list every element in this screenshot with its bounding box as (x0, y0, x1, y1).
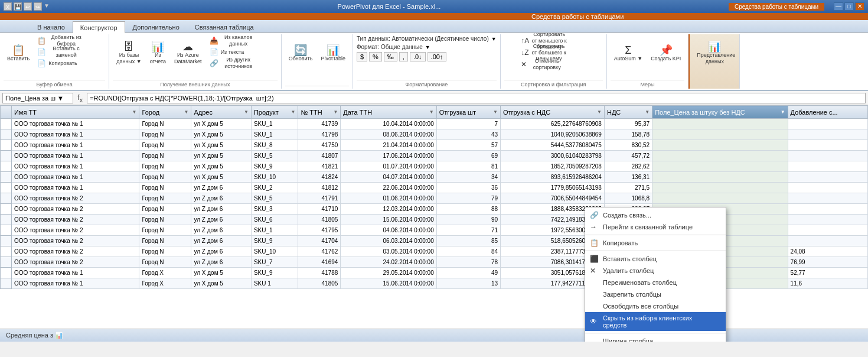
table-cell[interactable]: 88 (436, 204, 500, 215)
table-cell[interactable]: 04.07.2014 0:00:00 (341, 172, 436, 183)
table-cell[interactable]: Город N (139, 172, 191, 183)
table-cell[interactable]: 95,37 (604, 119, 652, 129)
table-cell[interactable] (788, 172, 867, 183)
table-cell[interactable]: 78 (436, 257, 500, 268)
table-row[interactable]: ООО торговая точка № 1Город Хул Х дом 5S… (1, 278, 868, 289)
ctx-column-width[interactable]: Ширина столбца... (585, 335, 726, 342)
table-cell[interactable]: Город N (139, 236, 191, 246)
table-cell[interactable] (788, 215, 867, 225)
table-cell[interactable] (652, 140, 788, 151)
tab-linked-table[interactable]: Связанная таблица (187, 21, 262, 33)
paste-button[interactable]: 📋 Вставить (4, 35, 33, 71)
table-cell[interactable]: Город N (139, 129, 191, 140)
table-cell[interactable] (788, 193, 867, 204)
autosum-button[interactable]: Σ AutoSum ▼ (611, 35, 646, 71)
table-cell[interactable]: ул Z дом 6 (191, 215, 252, 225)
table-cell[interactable]: 271,5 (604, 183, 652, 193)
col-header-produkt[interactable]: Продукт ▼ (251, 106, 298, 119)
minimize-button[interactable]: — (834, 2, 843, 11)
table-cell[interactable]: ул Z дом 6 (191, 257, 252, 268)
table-cell[interactable]: 41805 (298, 278, 341, 289)
table-row[interactable]: ООО торговая точка № 2Город Nул Z дом 6S… (1, 246, 868, 257)
save-icon[interactable]: 💾 (14, 2, 22, 11)
quick-access-dropdown[interactable]: ▼ (44, 2, 50, 11)
table-cell[interactable]: 5444,53776080475 (501, 140, 605, 151)
ctx-insert-column[interactable]: ⬛ Вставить столбец (585, 253, 726, 265)
table-cell[interactable]: 41710 (298, 204, 341, 215)
table-cell[interactable]: ул Х дом 5 (191, 161, 252, 172)
undo-icon[interactable]: ↩ (24, 2, 32, 11)
table-cell[interactable]: 52,77 (788, 268, 867, 278)
table-cell[interactable]: ООО торговая точка № 2 (11, 236, 139, 246)
table-row[interactable]: ООО торговая точка № 2Город Nул Z дом 6S… (1, 193, 868, 204)
table-cell[interactable]: 893,615926486204 (501, 172, 605, 183)
table-cell[interactable]: 08.06.2014 0:00:00 (341, 129, 436, 140)
table-cell[interactable]: ул Х дом 5 (191, 119, 252, 129)
table-cell[interactable]: 7006,55044849454 (501, 193, 605, 204)
col-gorod-dropdown[interactable]: ▼ (184, 109, 189, 115)
table-cell[interactable]: ООО торговая точка № 2 (11, 193, 139, 204)
table-cell[interactable]: ул Z дом 6 (191, 225, 252, 236)
table-wrapper[interactable]: Имя ТТ ▼ Город ▼ Адрес ▼ (0, 105, 868, 330)
table-row[interactable]: ООО торговая точка № 2Город Nул Z дом 6S… (1, 257, 868, 268)
col-header-nds[interactable]: НДС ▼ (604, 106, 652, 119)
table-cell[interactable]: 90 (436, 215, 500, 225)
col-header-otgruzka-sht[interactable]: Отгрузка шт ▼ (436, 106, 500, 119)
name-box[interactable]: Поле_Цена за ш ▼ (2, 93, 73, 103)
ctx-unfreeze-columns[interactable]: Освободить все столбцы (585, 300, 726, 312)
table-cell[interactable]: 41704 (298, 236, 341, 246)
table-cell[interactable] (788, 225, 867, 236)
table-cell[interactable]: 01.07.2014 0:00:00 (341, 161, 436, 172)
paste-replace-button[interactable]: 📄 Вставить с заменой (34, 47, 105, 57)
from-feeds-button[interactable]: 📥 Из каналов данных (207, 35, 278, 46)
table-cell[interactable]: Город N (139, 183, 191, 193)
ctx-hide-from-client[interactable]: 👁 Скрыть из набора клиентских средств (585, 312, 726, 331)
pivottable-button[interactable]: 📊 PivotTable (317, 35, 349, 71)
table-cell[interactable]: 10.04.2014 0:00:00 (341, 119, 436, 129)
table-cell[interactable]: ООО торговая точка № 1 (11, 151, 139, 161)
table-cell[interactable]: 11,6 (788, 278, 867, 289)
table-cell[interactable]: 1068,8 (604, 193, 652, 204)
table-cell[interactable]: ул Х дом 5 (191, 278, 252, 289)
table-cell[interactable] (788, 151, 867, 161)
table-cell[interactable]: 1040,92050638869 (501, 129, 605, 140)
table-cell[interactable]: ООО торговая точка № 2 (11, 257, 139, 268)
clear-sort-button[interactable]: ✕ Отменить сортировку (518, 59, 589, 70)
table-cell[interactable] (652, 183, 788, 193)
table-cell[interactable]: 81 (436, 161, 500, 172)
data-view-button[interactable]: 📊 Представление данных (693, 35, 736, 71)
table-cell[interactable] (788, 204, 867, 215)
create-kpi-button[interactable]: 📌 Создать KPI (647, 35, 684, 71)
ctx-copy[interactable]: 📋 Копировать (585, 237, 726, 249)
table-cell[interactable]: ООО торговая точка № 1 (11, 140, 139, 151)
redo-icon[interactable]: ↪ (34, 2, 42, 11)
table-cell[interactable]: 282,62 (604, 161, 652, 172)
table-cell[interactable]: 29.05.2014 0:00:00 (341, 268, 436, 278)
table-cell[interactable] (652, 161, 788, 172)
table-cell[interactable]: ООО торговая точка № 1 (11, 278, 139, 289)
table-cell[interactable]: SKU_3 (251, 204, 298, 215)
col-produkt-dropdown[interactable]: ▼ (291, 109, 295, 115)
table-row[interactable]: ООО торговая точка № 1Город Хул Х дом 5S… (1, 268, 868, 278)
from-report-button[interactable]: 📊 Изотчета (146, 35, 169, 71)
refresh-button[interactable]: 🔄 Обновить (285, 35, 316, 71)
table-cell[interactable]: 04.06.2014 0:00:00 (341, 225, 436, 236)
table-cell[interactable]: Город N (139, 140, 191, 151)
ctx-delete-column[interactable]: ✕ Удалить столбец (585, 265, 726, 277)
add-from-buffer-button[interactable]: 📋 Добавить из буфера (34, 35, 105, 46)
col-dataTTN-dropdown[interactable]: ▼ (429, 109, 434, 115)
format-increase-decimal-button[interactable]: .00↑ (428, 52, 447, 61)
col-adres-dropdown[interactable]: ▼ (244, 109, 249, 115)
table-cell[interactable]: ул Х дом 5 (191, 129, 252, 140)
table-cell[interactable]: 17.06.2014 0:00:00 (341, 151, 436, 161)
table-cell[interactable]: SKU_9 (251, 236, 298, 246)
col-header-nttn[interactable]: № ТТН ▼ (298, 106, 341, 119)
table-cell[interactable]: 457,72 (604, 151, 652, 161)
ctx-create-link[interactable]: 🔗 Создать связь... (585, 209, 726, 221)
table-cell[interactable]: Город N (139, 257, 191, 268)
from-other-button[interactable]: 🔗 Из других источников (207, 58, 278, 69)
table-cell[interactable]: Город Х (139, 278, 191, 289)
table-cell[interactable]: SKU_10 (251, 172, 298, 183)
table-cell[interactable] (652, 193, 788, 204)
table-cell[interactable]: ул Z дом 6 (191, 183, 252, 193)
